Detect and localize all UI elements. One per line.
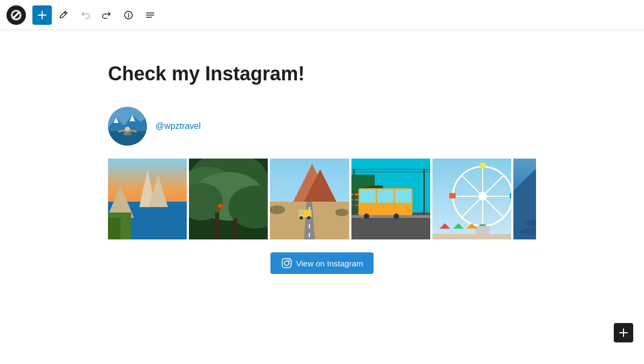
svg-rect-51 [351, 199, 358, 201]
add-block-button[interactable] [32, 5, 52, 25]
svg-rect-24 [219, 207, 221, 210]
svg-rect-79 [282, 259, 291, 268]
svg-rect-46 [377, 189, 394, 203]
instagram-button-container: View on Instagram [108, 252, 536, 274]
svg-point-80 [284, 261, 288, 265]
instagram-profile: @wpztravel [108, 107, 536, 146]
svg-rect-43 [351, 215, 430, 218]
instagram-photo-4 [351, 159, 430, 239]
svg-rect-25 [215, 212, 219, 239]
svg-rect-71 [432, 234, 511, 239]
svg-point-49 [394, 214, 399, 219]
svg-rect-45 [360, 189, 376, 203]
instagram-photo-grid [108, 159, 536, 239]
svg-rect-34 [300, 211, 304, 214]
instagram-photo-1 [108, 159, 187, 239]
svg-point-81 [288, 260, 290, 262]
svg-point-35 [300, 216, 303, 219]
svg-point-36 [308, 216, 311, 219]
avatar [108, 107, 147, 146]
view-on-instagram-button[interactable]: View on Instagram [270, 252, 374, 274]
info-button[interactable] [119, 5, 138, 25]
svg-rect-66 [479, 163, 486, 168]
wp-logo[interactable] [6, 5, 26, 25]
main-content: Check my Instagram! @wpztravel [0, 30, 644, 306]
page-title: Check my Instagram! [108, 63, 536, 85]
list-view-button[interactable] [140, 5, 160, 25]
instagram-photo-3 [270, 159, 349, 239]
svg-point-48 [364, 214, 369, 219]
svg-rect-15 [108, 218, 120, 239]
svg-rect-47 [395, 189, 411, 203]
instagram-photo-2 [189, 159, 268, 239]
svg-point-38 [336, 209, 349, 216]
undo-button[interactable] [76, 5, 95, 25]
instagram-photo-5 [432, 159, 511, 239]
instagram-photo-6 [513, 159, 536, 239]
svg-rect-68 [449, 193, 456, 198]
svg-rect-52 [351, 204, 358, 206]
edit-button[interactable] [54, 5, 73, 25]
instagram-username[interactable]: @wpztravel [155, 121, 201, 131]
view-on-instagram-label: View on Instagram [296, 259, 363, 268]
svg-rect-69 [510, 193, 511, 198]
svg-point-8 [123, 132, 132, 135]
svg-rect-26 [234, 218, 237, 239]
svg-rect-56 [423, 169, 425, 215]
toolbar [0, 0, 644, 30]
redo-button[interactable] [97, 5, 117, 25]
svg-rect-50 [351, 194, 358, 195]
